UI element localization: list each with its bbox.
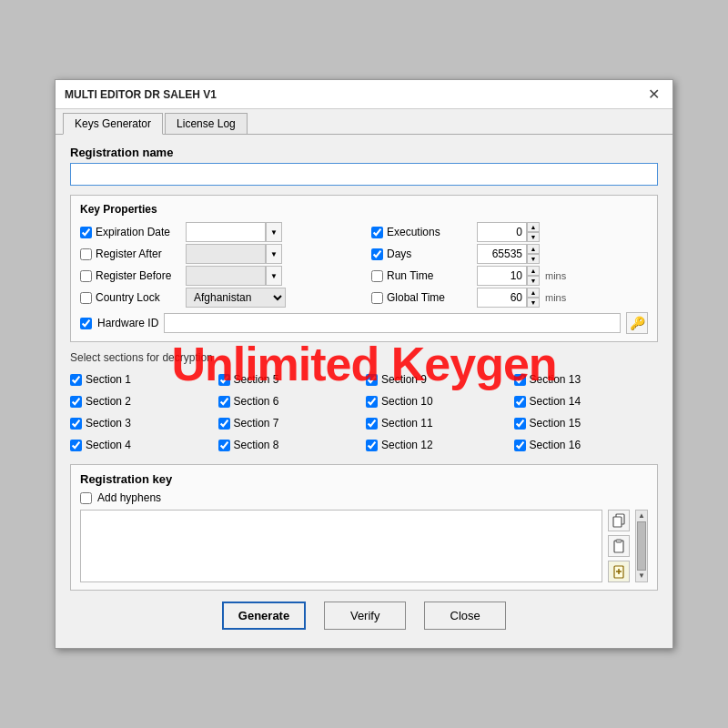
register-after-label: Register After bbox=[80, 248, 180, 260]
scroll-down-arrow[interactable]: ▼ bbox=[638, 572, 645, 580]
list-item: Section 15 bbox=[514, 413, 659, 433]
list-item: Section 4 bbox=[70, 435, 215, 455]
hardware-id-icon-btn[interactable]: 🔑 bbox=[626, 312, 648, 334]
register-before-label: Register Before bbox=[80, 269, 180, 282]
props-right-col: Executions ▲ ▼ bbox=[371, 221, 648, 308]
section-8-label: Section 8 bbox=[234, 439, 279, 451]
country-lock-checkbox[interactable] bbox=[80, 292, 92, 304]
section-7-checkbox[interactable] bbox=[218, 418, 230, 430]
hardware-id-input[interactable] bbox=[164, 313, 621, 333]
registration-key-textarea[interactable] bbox=[80, 510, 602, 582]
expiration-date-dropdown-btn[interactable]: ▼ bbox=[266, 222, 282, 242]
register-after-combo: 2023/ 3/29 ▼ bbox=[186, 244, 282, 264]
global-time-spinner: ▲ ▼ bbox=[477, 288, 540, 308]
section-3-checkbox[interactable] bbox=[70, 418, 82, 430]
section-15-checkbox[interactable] bbox=[514, 418, 526, 430]
copy-key-button[interactable] bbox=[608, 510, 630, 531]
days-checkbox[interactable] bbox=[371, 248, 383, 260]
global-time-checkbox[interactable] bbox=[371, 292, 383, 304]
section-4-checkbox[interactable] bbox=[70, 440, 82, 451]
run-time-up-btn[interactable]: ▲ bbox=[527, 266, 540, 276]
register-after-dropdown-btn[interactable]: ▼ bbox=[266, 244, 282, 264]
verify-button[interactable]: Verify bbox=[324, 602, 406, 630]
executions-input[interactable] bbox=[477, 222, 527, 242]
hardware-id-row: Hardware ID 🔑 bbox=[80, 312, 648, 334]
global-time-input[interactable] bbox=[477, 288, 527, 308]
executions-row: Executions ▲ ▼ bbox=[371, 221, 648, 243]
list-item: Section 8 bbox=[218, 435, 363, 455]
expiration-date-checkbox[interactable] bbox=[80, 227, 92, 238]
section-3-label: Section 3 bbox=[86, 417, 131, 430]
section-9-checkbox[interactable] bbox=[366, 374, 378, 386]
global-time-down-btn[interactable]: ▼ bbox=[527, 298, 540, 308]
props-left-col: Expiration Date 2055/ 7/16 ▼ Registe bbox=[80, 221, 357, 308]
days-up-btn[interactable]: ▲ bbox=[527, 244, 540, 254]
section-13-label: Section 13 bbox=[530, 373, 581, 386]
section-13-checkbox[interactable] bbox=[514, 374, 526, 386]
section-5-checkbox[interactable] bbox=[218, 374, 230, 386]
key-icons bbox=[608, 510, 630, 582]
run-time-down-btn[interactable]: ▼ bbox=[527, 276, 540, 286]
global-time-spin-buttons: ▲ ▼ bbox=[527, 288, 540, 308]
section-12-label: Section 12 bbox=[381, 439, 433, 451]
list-item: Section 14 bbox=[514, 391, 659, 411]
section-11-checkbox[interactable] bbox=[366, 418, 378, 430]
section-8-checkbox[interactable] bbox=[218, 440, 230, 451]
country-lock-select[interactable]: Afghanistan bbox=[186, 288, 286, 308]
scroll-up-arrow[interactable]: ▲ bbox=[638, 512, 645, 520]
generate-button[interactable]: Generate bbox=[222, 602, 306, 630]
scrollbar-track[interactable]: ▲ ▼ bbox=[635, 510, 648, 582]
key-output-area: ▲ ▼ bbox=[80, 510, 648, 582]
section-6-checkbox[interactable] bbox=[218, 396, 230, 408]
register-before-input[interactable]: 2023/ 3/29 bbox=[186, 266, 266, 286]
section-16-label: Section 16 bbox=[530, 439, 581, 451]
run-time-spinner: ▲ ▼ bbox=[477, 266, 540, 286]
list-item: Section 5 bbox=[218, 369, 363, 389]
executions-spinner: ▲ ▼ bbox=[477, 222, 540, 242]
run-time-input[interactable] bbox=[477, 266, 527, 286]
registration-name-input[interactable] bbox=[70, 163, 658, 186]
sections-grid: Section 1 Section 5 Section 9 Section 13 bbox=[70, 369, 658, 455]
section-2-checkbox[interactable] bbox=[70, 396, 82, 408]
hardware-id-checkbox[interactable] bbox=[80, 318, 92, 329]
close-button[interactable]: Close bbox=[424, 602, 506, 630]
section-1-checkbox[interactable] bbox=[70, 374, 82, 386]
section-16-checkbox[interactable] bbox=[514, 440, 526, 451]
country-lock-row: Country Lock Afghanistan bbox=[80, 287, 357, 308]
global-time-up-btn[interactable]: ▲ bbox=[527, 288, 540, 298]
executions-checkbox[interactable] bbox=[371, 227, 383, 238]
register-after-row: Register After 2023/ 3/29 ▼ bbox=[80, 243, 357, 265]
add-hyphens-row: Add hyphens bbox=[80, 491, 648, 504]
register-before-dropdown-btn[interactable]: ▼ bbox=[266, 266, 282, 286]
executions-up-btn[interactable]: ▲ bbox=[527, 222, 540, 232]
list-item: Section 10 bbox=[366, 391, 511, 411]
register-after-input[interactable]: 2023/ 3/29 bbox=[186, 244, 266, 264]
register-before-checkbox[interactable] bbox=[80, 270, 92, 282]
section-14-label: Section 14 bbox=[530, 395, 581, 408]
close-window-button[interactable]: ✕ bbox=[644, 86, 663, 103]
executions-down-btn[interactable]: ▼ bbox=[527, 232, 540, 242]
register-before-row: Register Before 2023/ 3/29 ▼ bbox=[80, 265, 357, 287]
days-down-btn[interactable]: ▼ bbox=[527, 254, 540, 264]
main-content: Registration name Key Properties Expirat… bbox=[56, 135, 672, 648]
svg-rect-3 bbox=[616, 540, 622, 542]
section-10-checkbox[interactable] bbox=[366, 396, 378, 408]
run-time-checkbox[interactable] bbox=[371, 270, 383, 282]
add-key-button[interactable] bbox=[608, 561, 630, 582]
list-item: Section 12 bbox=[366, 435, 511, 455]
paste-key-button[interactable] bbox=[608, 535, 630, 557]
tab-keys-generator[interactable]: Keys Generator bbox=[63, 113, 163, 135]
run-time-label: Run Time bbox=[371, 269, 471, 282]
section-12-checkbox[interactable] bbox=[366, 440, 378, 451]
scroll-thumb[interactable] bbox=[637, 521, 646, 571]
registration-key-box: Registration key Add hyphens bbox=[70, 464, 658, 591]
tab-license-log[interactable]: License Log bbox=[165, 113, 248, 134]
section-14-checkbox[interactable] bbox=[514, 396, 526, 408]
days-spin-buttons: ▲ ▼ bbox=[527, 244, 540, 264]
section-1-label: Section 1 bbox=[86, 373, 131, 386]
register-after-checkbox[interactable] bbox=[80, 248, 92, 260]
add-hyphens-checkbox[interactable] bbox=[80, 492, 92, 504]
key-properties-title: Key Properties bbox=[80, 203, 648, 216]
days-input[interactable] bbox=[477, 244, 527, 264]
expiration-date-input[interactable]: 2055/ 7/16 bbox=[186, 222, 266, 242]
